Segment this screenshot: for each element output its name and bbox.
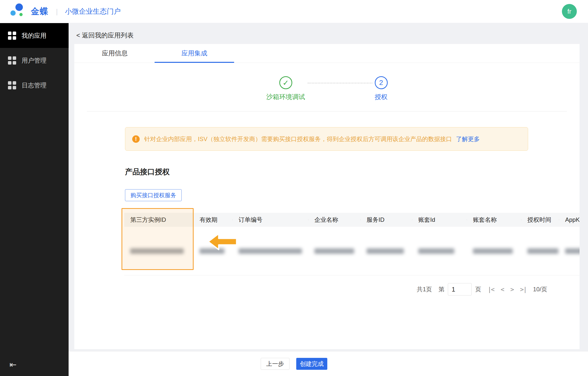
step1-check-icon: ✓ (279, 76, 292, 89)
annotation-arrow-icon (207, 232, 238, 252)
apps-grid-icon (8, 32, 16, 40)
column-header-account-set-name: 账套名称 (467, 216, 521, 224)
learn-more-link[interactable]: 了解更多 (456, 135, 480, 143)
kingdee-logo-icon (8, 2, 29, 20)
table-cell-blurred (361, 248, 412, 254)
tab-app-integration[interactable]: 应用集成 (155, 44, 234, 63)
step2-number: 2 (375, 76, 388, 89)
table-cell-blurred (559, 248, 580, 254)
content-card: 应用信息 应用集成 ✓ 沙箱环境调试 2 授权 ! 针对企业内部应用，ISV（独… (74, 44, 580, 349)
table-cell-blurred (521, 248, 559, 254)
brand-separator: ｜ (54, 7, 60, 16)
step1-label: 沙箱环境调试 (266, 93, 305, 101)
collapse-sidebar-icon[interactable]: ⇤ (9, 360, 17, 370)
step-sandbox: ✓ 沙箱环境调试 (266, 76, 305, 101)
sidebar-item-user-management[interactable]: 用户管理 (0, 48, 69, 73)
stepper: ✓ 沙箱环境调试 2 授权 (74, 76, 580, 101)
prev-step-button[interactable]: 上一步 (261, 358, 290, 370)
alert-text: 针对企业内部应用，ISV（独立软件开发商）需要购买接口授权服务，得到企业授权后方… (144, 135, 452, 143)
sidebar: 我的应用 用户管理 日志管理 ⇤ (0, 23, 69, 376)
table-cell-blurred (233, 248, 308, 254)
portal-name: 小微企业生态门户 (65, 7, 121, 16)
section-title: 产品接口授权 (125, 167, 170, 177)
main-area: < 返回我的应用列表 应用信息 应用集成 ✓ 沙箱环境调试 2 授权 ! 针对企… (69, 23, 588, 376)
brand-name: 金蝶 (31, 6, 49, 17)
table-cell-blurred (467, 248, 521, 254)
section-divider (87, 111, 567, 112)
page-total-label: 共1页 (417, 285, 432, 293)
tab-app-info[interactable]: 应用信息 (75, 44, 155, 63)
page-jumper: 第 页 (438, 283, 481, 296)
logo-dot-blue (15, 3, 23, 11)
column-header-auth-time: 授权时间 (521, 216, 559, 224)
pagination: 共1页 第 页 |< < > >| 10/页 (417, 282, 547, 296)
column-header-account-set-id: 账套Id (412, 216, 467, 224)
apps-grid-icon (8, 81, 16, 89)
back-link[interactable]: < 返回我的应用列表 (76, 31, 133, 40)
page-prefix-label: 第 (438, 285, 444, 293)
step-authorize: 2 授权 (375, 76, 388, 101)
column-header-service-id: 服务ID (361, 216, 412, 224)
column-header-validity: 有效期 (194, 216, 233, 224)
highlight-box (122, 208, 194, 270)
next-page-icon[interactable]: > (510, 286, 513, 293)
page-size-label[interactable]: 10/页 (533, 285, 547, 293)
page-number-input[interactable] (448, 283, 472, 296)
footer-buttons: 上一步 创建完成 (261, 358, 327, 370)
sidebar-item-label: 我的应用 (22, 32, 46, 40)
first-page-icon[interactable]: |< (488, 286, 494, 293)
last-page-icon[interactable]: >| (520, 286, 527, 293)
page-suffix-label: 页 (475, 285, 481, 293)
logo-dot-green (19, 13, 23, 16)
step2-label: 授权 (375, 93, 388, 101)
sidebar-item-my-apps[interactable]: 我的应用 (0, 23, 69, 48)
logo-dot-cyan (10, 10, 16, 16)
table-cell-blurred (412, 248, 467, 254)
sidebar-item-label: 用户管理 (22, 56, 46, 65)
table-cell-blurred (308, 248, 361, 254)
top-header: 金蝶 ｜ 小微企业生态门户 fr (0, 0, 588, 23)
prev-page-icon[interactable]: < (501, 286, 504, 293)
sidebar-item-log-management[interactable]: 日志管理 (0, 73, 69, 98)
column-header-order-no: 订单编号 (233, 216, 308, 224)
footer-bar: 上一步 创建完成 (69, 351, 588, 376)
tab-bar: 应用信息 应用集成 (74, 44, 580, 63)
apps-grid-icon (8, 56, 16, 65)
warning-alert: ! 针对企业内部应用，ISV（独立软件开发商）需要购买接口授权服务，得到企业授权… (125, 127, 528, 151)
user-avatar[interactable]: fr (562, 4, 577, 19)
column-header-company-name: 企业名称 (308, 216, 361, 224)
step-connector (308, 83, 372, 83)
warning-icon: ! (132, 135, 140, 143)
create-complete-button[interactable]: 创建完成 (296, 358, 327, 370)
buy-auth-service-button[interactable]: 购买接口授权服务 (125, 189, 182, 201)
column-header-appkey: AppK (559, 216, 580, 223)
sidebar-item-label: 日志管理 (22, 81, 46, 89)
